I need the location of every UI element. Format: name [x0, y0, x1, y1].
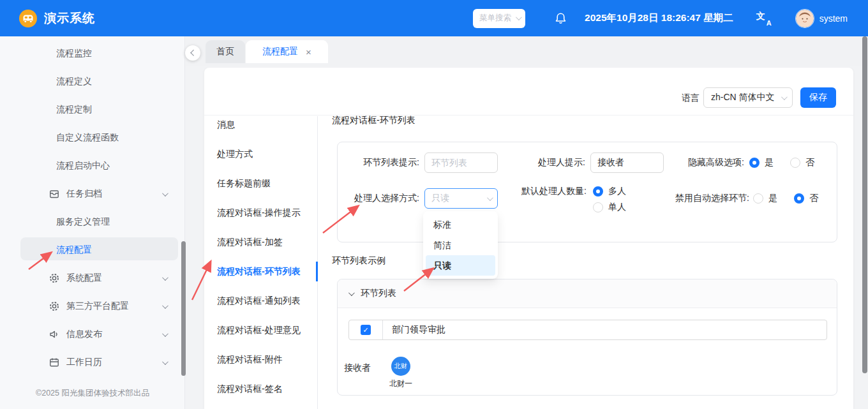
page-scrollbar-thumb[interactable] — [862, 36, 867, 373]
submenu-item-task-title-prefix[interactable]: 任务标题前缀 — [204, 169, 317, 198]
chevron-down-icon — [516, 14, 522, 20]
notification-bell-button[interactable] — [555, 12, 567, 24]
example-panel-header[interactable]: 环节列表 — [338, 279, 837, 308]
sidebar-item-process-start-center[interactable]: 流程启动中心 — [0, 152, 184, 180]
submenu-item-dialog-attachment[interactable]: 流程对话框-附件 — [204, 345, 317, 375]
app-title: 演示系统 — [44, 10, 95, 27]
sidebar-item-process-config[interactable]: 流程配置 — [0, 236, 184, 264]
dropdown-option-standard[interactable]: 标准 — [426, 214, 495, 235]
sidebar-item-third-party-platform-config[interactable]: 第三方平台配置 — [0, 292, 184, 320]
sidebar-item-process-definition[interactable]: 流程定义 — [0, 68, 184, 96]
submenu-item-message[interactable]: 消息 — [204, 110, 317, 140]
chevron-down-icon — [781, 94, 788, 100]
app-header: 演示系统 菜单搜索 2025年10月28日 18:26:47 星期二 文 A — [0, 0, 868, 36]
receiver-name: 北财一 — [382, 378, 420, 389]
sidebar-item-process-customize[interactable]: 流程定制 — [0, 96, 184, 124]
radio-default-count-multi[interactable]: 多人 — [593, 184, 626, 198]
sidebar-item-process-monitor[interactable]: 流程监控 — [0, 40, 184, 68]
select-mode-dropdown-menu: 标准 简洁 只读 — [423, 211, 498, 279]
tab-home[interactable]: 首页 — [206, 40, 245, 63]
tab-process-config[interactable]: 流程配置 × — [246, 40, 328, 63]
sidebar-collapse-button[interactable] — [185, 45, 200, 61]
config-submenu: 消息 处理方式 任务标题前缀 流程对话框-操作提示 流程对话框-加签 流程对话框… — [204, 110, 317, 404]
radio-unchecked-icon — [753, 193, 763, 204]
receiver-avatar: 北财 — [391, 357, 410, 376]
tab-strip: 首页 流程配置 × — [186, 36, 868, 66]
field-hide-advanced: 隐藏高级选项: 是 否 — [688, 152, 814, 173]
menu-search-placeholder: 菜单搜索 — [479, 13, 516, 24]
step-task-row: ✓ 部门领导审批 — [348, 320, 827, 340]
radio-hide-advanced-no[interactable]: 否 — [790, 157, 814, 168]
sidebar-item-work-calendar[interactable]: 工作日历 — [0, 348, 184, 376]
field-step-list-tip: 环节列表提示: — [345, 152, 498, 173]
sidebar-item-custom-process-function[interactable]: 自定义流程函数 — [0, 124, 184, 152]
header-datetime: 2025年10月28日 18:26:47 星期二 — [585, 11, 733, 25]
submenu-item-dialog-step-list[interactable]: 流程对话框-环节列表 — [204, 257, 317, 286]
sidebar-scrollbar-thumb[interactable] — [181, 241, 186, 376]
step-list-tip-label: 环节列表提示: — [345, 157, 419, 168]
radio-checked-icon — [593, 186, 603, 197]
sidebar-item-system-config[interactable]: 系统配置 — [0, 264, 184, 292]
language-label: 语言 — [682, 93, 700, 104]
field-default-count: 默认处理人数量: 多人 单人 — [516, 184, 626, 214]
archive-icon — [49, 188, 60, 200]
user-menu[interactable]: system — [796, 10, 848, 27]
radio-default-count-single[interactable]: 单人 — [593, 200, 626, 214]
dropdown-option-readonly[interactable]: 只读 — [426, 255, 495, 276]
app-root: 演示系统 菜单搜索 2025年10月28日 18:26:47 星期二 文 A — [0, 0, 868, 409]
submenu-item-dialog-countersign[interactable]: 流程对话框-加签 — [204, 228, 317, 257]
task-name: 部门领导审批 — [392, 324, 445, 336]
sidebar-item-service-definition-management[interactable]: 服务定义管理 — [0, 208, 184, 236]
close-icon[interactable]: × — [306, 47, 311, 57]
submenu-item-dialog-notify-list[interactable]: 流程对话框-通知列表 — [204, 286, 317, 316]
checkbox-checked-icon[interactable]: ✓ — [361, 325, 371, 335]
radio-hide-advanced-yes[interactable]: 是 — [749, 157, 774, 168]
submenu-item-dialog-signature[interactable]: 流程对话框-签名 — [204, 375, 317, 404]
default-count-label: 默认处理人数量: — [516, 184, 587, 198]
radio-checked-icon — [794, 193, 804, 204]
menu-search-select[interactable]: 菜单搜索 — [473, 9, 525, 28]
submenu-item-dialog-operation-tip[interactable]: 流程对话框-操作提示 — [204, 198, 317, 228]
radio-unchecked-icon — [790, 158, 800, 168]
main-content-card: 语言 zh-CN 简体中文 保存 消息 处理方式 任务标题前缀 流程对话框-操作… — [204, 68, 853, 409]
receiver-label: 接收者 — [344, 362, 371, 374]
sidebar: 流程监控 流程定义 流程定制 自定义流程函数 流程启动中心 任务归档 服务定义管… — [0, 36, 185, 409]
speaker-icon — [49, 329, 60, 340]
radio-disable-auto-no[interactable]: 否 — [794, 193, 818, 204]
copyright-text: ©2025 阳光集团体验技术部出品 — [0, 388, 185, 399]
language-select[interactable]: zh-CN 简体中文 — [703, 87, 793, 108]
handler-tip-input[interactable] — [590, 152, 664, 173]
save-button[interactable]: 保存 — [800, 87, 836, 108]
car-logo-icon — [19, 10, 37, 27]
bell-icon — [555, 12, 567, 24]
chevron-down-icon — [487, 195, 493, 201]
radio-disable-auto-yes[interactable]: 是 — [753, 193, 777, 204]
hide-advanced-label: 隐藏高级选项: — [688, 157, 744, 168]
task-divider — [382, 320, 383, 339]
example-panel-title: 环节列表 — [361, 288, 396, 299]
translate-icon[interactable]: 文 A — [756, 11, 772, 26]
field-disable-auto: 禁用自动选择环节: 是 否 — [675, 188, 818, 209]
chevron-left-icon — [190, 49, 197, 56]
avatar — [796, 10, 814, 27]
handler-tip-label: 处理人提示: — [529, 157, 585, 168]
step-list-tip-input[interactable] — [424, 152, 498, 173]
section-title: 流程对话框-环节列表 — [332, 115, 415, 126]
submenu-item-dialog-handle-opinion[interactable]: 流程对话框-处理意见 — [204, 316, 317, 345]
step-list-example-panel: 环节列表 ✓ 部门领导审批 接收者 北财 北财一 — [337, 279, 837, 396]
chevron-down-icon — [348, 290, 355, 296]
sidebar-item-info-publish[interactable]: 信息发布 — [0, 320, 184, 348]
sidebar-item-task-archive[interactable]: 任务归档 — [0, 180, 184, 208]
submenu-active-indicator — [316, 262, 318, 281]
dropdown-option-simple[interactable]: 简洁 — [426, 235, 495, 255]
gear-icon — [49, 301, 60, 312]
step-list-form-panel: 环节列表提示: 处理人提示: 隐藏高级选项: 是 否 处理人选择方式: — [337, 142, 837, 242]
submenu-item-handle-mode[interactable]: 处理方式 — [204, 140, 317, 169]
field-select-mode: 处理人选择方式: 只读 — [345, 188, 498, 209]
field-handler-tip: 处理人提示: — [529, 152, 664, 173]
radio-checked-icon — [749, 158, 760, 168]
select-mode-dropdown-trigger[interactable]: 只读 — [424, 188, 498, 209]
radio-unchecked-icon — [593, 202, 603, 212]
example-label: 环节列表示例 — [332, 255, 385, 267]
calendar-icon — [49, 357, 60, 368]
